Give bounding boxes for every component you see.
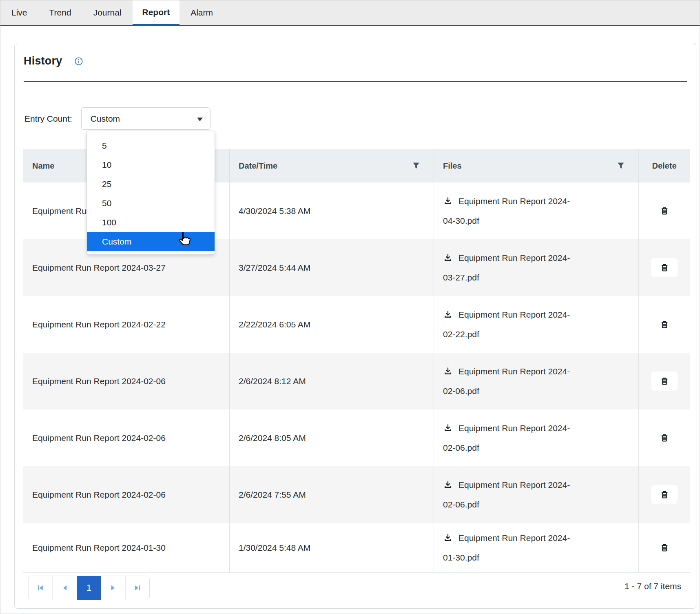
file-download-link[interactable]: Equipment Run Report 2024-02-06.pdf <box>443 362 582 401</box>
previous-page-button[interactable] <box>53 576 77 600</box>
items-count-label: 1 - 7 of 7 items <box>625 581 681 591</box>
entry-count-select[interactable]: Custom <box>81 107 210 130</box>
dropdown-option-25[interactable]: 25 <box>87 174 215 194</box>
trash-icon <box>660 263 669 273</box>
dropdown-option-5[interactable]: 5 <box>87 136 215 155</box>
trash-icon <box>660 206 669 216</box>
report-datetime: 2/6/2024 8:12 AM <box>229 353 434 409</box>
report-name: Equipment Run Report 2024-02-06 <box>23 409 229 466</box>
pagination: 1 <box>28 576 150 600</box>
delete-button[interactable] <box>651 201 678 220</box>
trash-icon <box>660 433 669 443</box>
report-name: Equipment Run Report 2024-02-06 <box>23 353 229 409</box>
table-row: Equipment Run Report 2024-02-06 2/6/2024… <box>23 409 690 466</box>
trash-icon <box>660 490 669 500</box>
report-datetime: 3/27/2024 5:44 AM <box>229 239 434 296</box>
page-title: History <box>24 55 62 67</box>
download-icon <box>443 366 453 376</box>
tab-live[interactable]: Live <box>0 0 38 25</box>
report-datetime: 4/30/2024 5:38 AM <box>229 182 434 239</box>
tab-report[interactable]: Report <box>133 0 180 26</box>
file-download-link[interactable]: Equipment Run Report 2024-02-06.pdf <box>443 475 582 514</box>
table-row: Equipment Run Report 2024-02-06 2/6/2024… <box>23 353 690 409</box>
report-datetime: 2/22/2024 6:05 AM <box>229 296 434 353</box>
filter-icon[interactable] <box>412 162 420 170</box>
dropdown-option-100[interactable]: 100 <box>87 213 215 232</box>
column-header-files: Files <box>434 149 638 182</box>
trash-icon <box>660 376 669 386</box>
download-icon <box>443 480 453 489</box>
first-page-icon <box>36 584 44 592</box>
info-icon[interactable] <box>74 57 83 66</box>
file-download-link[interactable]: Equipment Run Report 2024-01-30.pdf <box>443 528 582 567</box>
dropdown-option-custom[interactable]: Custom <box>87 232 215 251</box>
first-page-button[interactable] <box>29 576 53 600</box>
title-divider <box>24 81 687 82</box>
delete-button[interactable] <box>651 258 678 277</box>
download-icon <box>443 309 453 319</box>
page-number-button[interactable]: 1 <box>77 576 101 600</box>
file-download-link[interactable]: Equipment Run Report 2024-04-30.pdf <box>443 191 582 231</box>
file-download-link[interactable]: Equipment Run Report 2024-02-22.pdf <box>443 305 582 344</box>
chevron-down-icon <box>197 118 203 121</box>
delete-button[interactable] <box>651 428 678 447</box>
file-download-link[interactable]: Equipment Run Report 2024-03-27.pdf <box>443 248 582 287</box>
last-page-icon <box>133 584 142 592</box>
table-row: Equipment Run Report 2024-02-22 2/22/202… <box>23 296 690 353</box>
download-icon <box>443 533 453 543</box>
tab-alarm[interactable]: Alarm <box>179 0 224 25</box>
download-icon <box>443 196 453 206</box>
trash-icon <box>660 543 669 553</box>
tab-trend[interactable]: Trend <box>38 0 82 25</box>
last-page-button[interactable] <box>126 576 149 600</box>
report-datetime: 2/6/2024 7:55 AM <box>229 466 434 523</box>
report-name: Equipment Run Report 2024-02-06 <box>23 466 229 523</box>
download-icon <box>443 253 453 263</box>
report-datetime: 2/6/2024 8:05 AM <box>229 409 434 466</box>
app-window: Live Trend Journal Report Alarm History … <box>0 0 700 614</box>
download-icon <box>443 423 453 433</box>
column-header-delete: Delete <box>638 149 690 182</box>
delete-button[interactable] <box>651 315 678 334</box>
table-row: Equipment Run Report 2024-01-30 1/30/202… <box>23 523 690 572</box>
dropdown-option-50[interactable]: 50 <box>87 194 215 213</box>
next-page-icon <box>109 584 117 592</box>
delete-button[interactable] <box>651 538 678 557</box>
history-panel: History Entry Count: Custom 5 10 25 50 1… <box>14 43 696 609</box>
filter-icon[interactable] <box>617 162 625 170</box>
column-header-datetime: Date/Time <box>229 149 434 182</box>
trash-icon <box>660 320 669 329</box>
next-page-button[interactable] <box>101 576 125 600</box>
delete-button[interactable] <box>651 372 678 391</box>
previous-page-icon <box>61 584 69 592</box>
entry-count-label: Entry Count: <box>24 114 72 124</box>
table-row: Equipment Run Report 2024-02-06 2/6/2024… <box>23 466 690 523</box>
tab-journal[interactable]: Journal <box>82 0 133 25</box>
report-datetime: 1/30/2024 5:48 AM <box>229 523 434 572</box>
report-name: Equipment Run Report 2024-02-22 <box>23 296 229 353</box>
delete-button[interactable] <box>651 485 678 504</box>
tab-bar: Live Trend Journal Report Alarm <box>0 0 700 26</box>
report-name: Equipment Run Report 2024-01-30 <box>23 523 229 572</box>
entry-count-dropdown: 5 10 25 50 100 Custom <box>86 131 215 255</box>
dropdown-option-10[interactable]: 10 <box>87 155 215 174</box>
file-download-link[interactable]: Equipment Run Report 2024-02-06.pdf <box>443 418 582 458</box>
entry-count-value: Custom <box>82 114 120 124</box>
